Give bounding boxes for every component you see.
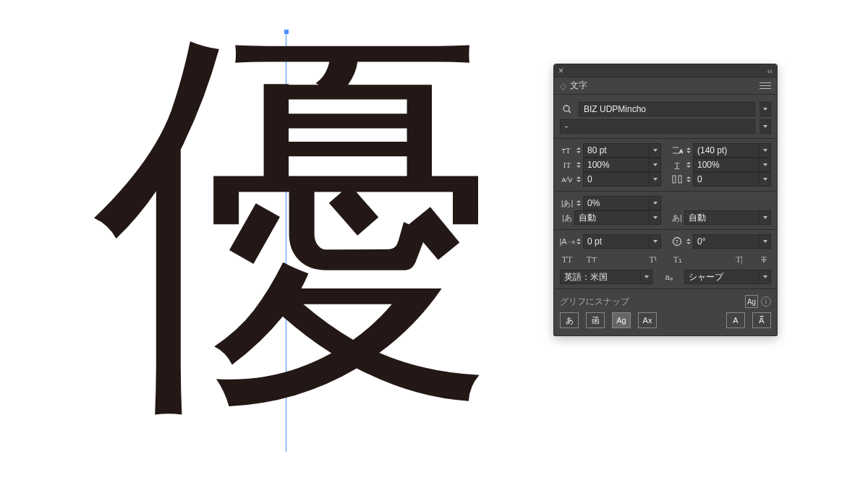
tsume-input[interactable]: 0% [583, 196, 650, 210]
tsume-stepper[interactable] [574, 196, 583, 210]
svg-text:ᴛT: ᴛT [561, 146, 571, 155]
vscale-icon: IT [560, 158, 574, 172]
search-icon [560, 102, 574, 116]
rotation-input[interactable]: 0° [693, 234, 760, 249]
tracking-input[interactable]: 0 [693, 172, 760, 187]
font-size-dropdown[interactable] [650, 143, 661, 158]
smallcaps-button[interactable]: Tᴛ [584, 254, 599, 265]
subscript-button[interactable]: T₁ [671, 254, 685, 265]
aki-right-dropdown[interactable] [760, 210, 771, 225]
allcaps-button[interactable]: TT [560, 254, 574, 265]
baseline-stepper[interactable] [574, 234, 583, 249]
hscale-input[interactable]: 100% [693, 158, 760, 172]
rotation-dropdown[interactable] [760, 234, 771, 249]
tracking-dropdown[interactable] [760, 172, 771, 187]
panel-menu-icon[interactable] [760, 82, 771, 90]
kerning-icon: ᴀ⁄ᴠ [560, 172, 574, 187]
antialias-select[interactable]: シャープ [684, 270, 760, 284]
svg-rect-6 [673, 176, 676, 183]
canvas[interactable]: 優 [0, 0, 550, 488]
type-style-row: TT Tᴛ T¹ T₁ T| T [560, 254, 771, 265]
snap-opt-5[interactable]: A [726, 312, 745, 328]
font-family-input[interactable]: BIZ UDPMincho [579, 102, 755, 116]
panel-title: 文字 [570, 80, 587, 92]
hscale-dropdown[interactable] [760, 158, 771, 172]
leading-input[interactable]: (140 pt) [693, 143, 760, 158]
rotation-stepper[interactable] [684, 234, 693, 249]
close-icon[interactable]: × [558, 67, 563, 75]
tracking-icon [670, 172, 684, 187]
svg-point-0 [563, 106, 569, 111]
aki-left-icon: |あ [560, 210, 574, 225]
snap-opt-3[interactable]: Ag [612, 312, 631, 328]
snap-opt-4[interactable]: Ax [638, 312, 657, 328]
aki-left-dropdown[interactable] [650, 210, 661, 225]
kerning-input[interactable]: 0 [583, 172, 650, 187]
snap-glyph-bounds-icon[interactable]: Ag [745, 295, 758, 308]
leading-stepper[interactable] [684, 143, 693, 158]
kerning-stepper[interactable] [574, 172, 583, 187]
snap-opt-6[interactable]: A̅ [752, 312, 771, 328]
snap-opt-1[interactable]: あ [560, 312, 579, 328]
font-style-dropdown[interactable] [760, 119, 771, 134]
aki-right-input[interactable]: 自動 [684, 210, 760, 225]
svg-line-1 [569, 111, 571, 113]
panel-titlebar: ◇ 文字 [554, 77, 777, 95]
font-size-icon: ᴛT [560, 143, 574, 158]
hscale-icon: T [670, 158, 684, 172]
underline-button[interactable]: T| [732, 254, 746, 265]
kerning-dropdown[interactable] [650, 172, 661, 187]
font-family-dropdown[interactable] [760, 102, 771, 116]
language-dropdown[interactable] [641, 270, 652, 284]
antialias-icon: aₐ [661, 270, 676, 284]
svg-text:A: A [679, 148, 683, 155]
aki-left-input[interactable]: 自動 [574, 210, 650, 225]
snap-to-glyph-label: グリフにスナップ [560, 296, 629, 308]
language-select[interactable]: 英語：米国 [560, 270, 641, 284]
vscale-stepper[interactable] [574, 158, 583, 172]
tsume-icon: |あ| [560, 196, 574, 210]
tracking-stepper[interactable] [684, 172, 693, 187]
size-stepper[interactable] [574, 143, 583, 158]
font-size-input[interactable]: 80 pt [583, 143, 650, 158]
vscale-input[interactable]: 100% [583, 158, 650, 172]
rotation-icon: T [670, 234, 684, 249]
strikethrough-button[interactable]: T [757, 254, 771, 265]
panel-window-bar[interactable]: × ‹‹ [554, 64, 777, 77]
baseline-input[interactable]: 0 pt [583, 234, 650, 249]
superscript-button[interactable]: T¹ [646, 254, 660, 265]
vscale-dropdown[interactable] [650, 158, 661, 172]
font-style-input[interactable]: - [560, 119, 755, 134]
snap-options-row: あ 函 Ag Ax A A̅ [560, 312, 771, 328]
tsume-dropdown[interactable] [650, 196, 661, 210]
antialias-dropdown[interactable] [760, 270, 771, 284]
character-panel: × ‹‹ ◇ 文字 BIZ UDPMincho - ᴛT 80 pt [553, 64, 778, 336]
snap-opt-2[interactable]: 函 [586, 312, 605, 328]
collapse-icon[interactable]: ‹‹ [767, 67, 773, 75]
svg-text:T: T [676, 239, 679, 245]
baseline-dropdown[interactable] [650, 234, 661, 249]
hscale-stepper[interactable] [684, 158, 693, 172]
baseline-icon: |A→a [560, 234, 574, 249]
snap-info-icon[interactable]: i [761, 296, 771, 307]
panel-grip-icon[interactable]: ◇ [560, 81, 566, 91]
leading-dropdown[interactable] [760, 143, 771, 158]
leading-icon: A [670, 143, 684, 158]
svg-rect-7 [678, 176, 681, 183]
text-object[interactable]: 優 [94, 22, 499, 427]
aki-right-icon: あ| [670, 210, 684, 225]
